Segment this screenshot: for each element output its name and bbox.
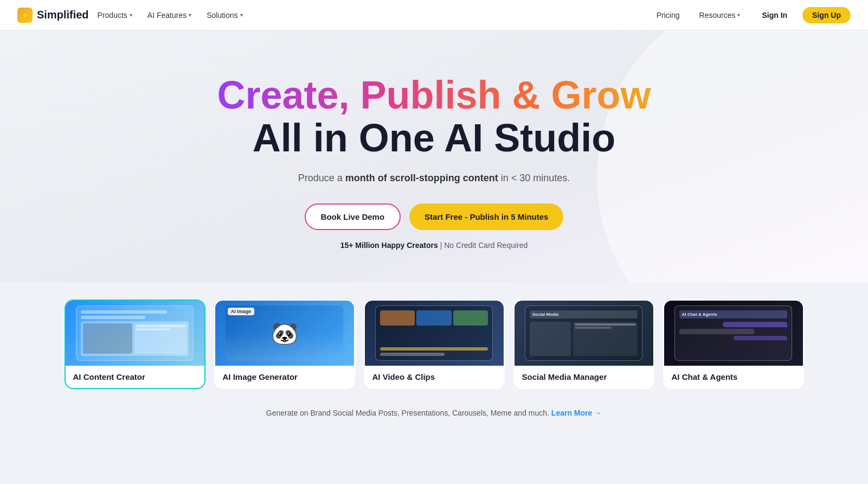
- hero-subtitle-suffix: in < 30 minutes.: [498, 173, 570, 183]
- social-proof-suffix: | No Credit Card Required: [438, 241, 528, 250]
- product-card-ai-chat-agents[interactable]: AI Chat & Agents AI Chat & Agents: [663, 300, 804, 389]
- nav-pricing-label: Pricing: [657, 11, 680, 20]
- logo-icon: ⚡: [17, 8, 33, 23]
- product-card-label-ai-content-creator: AI Content Creator: [66, 366, 204, 388]
- learn-more-text: Learn More: [551, 409, 592, 417]
- book-demo-button[interactable]: Book Live Demo: [305, 203, 401, 230]
- product-card-label-ai-video-clips: AI Video & Clips: [365, 366, 504, 388]
- sign-in-button[interactable]: Sign In: [753, 8, 796, 23]
- nav-solutions[interactable]: Solutions ▾: [200, 8, 249, 23]
- product-card-label-social-media-manager: Social Media Manager: [515, 366, 653, 388]
- nav-right: Pricing Resources ▾ Sign In Sign Up: [650, 7, 851, 23]
- nav-left: ⚡ Simplified Products ▾ AI Features ▾ So…: [17, 8, 249, 23]
- nav-products[interactable]: Products ▾: [91, 8, 139, 23]
- bottom-bar-text: Generate on Brand Social Media Posts, Pr…: [266, 409, 602, 417]
- learn-more-link[interactable]: Learn More →: [551, 409, 602, 417]
- mockup-screen-video: [375, 305, 493, 361]
- chevron-down-icon: ▾: [130, 12, 132, 18]
- mockup-screen-chat: AI Chat & Agents: [674, 305, 793, 361]
- arrow-icon: →: [594, 409, 602, 417]
- nav-solutions-label: Solutions: [207, 11, 238, 20]
- nav-resources[interactable]: Resources ▾: [693, 8, 747, 23]
- navbar: ⚡ Simplified Products ▾ AI Features ▾ So…: [0, 0, 868, 30]
- bottom-bar: Generate on Brand Social Media Posts, Pr…: [0, 400, 868, 426]
- products-section: AI Content Creator 🐼 AI Image AI Image G…: [0, 282, 868, 400]
- product-card-ai-video-clips[interactable]: AI Video & Clips: [364, 300, 505, 389]
- bottom-bar-prefix: Generate on Brand Social Media Posts, Pr…: [266, 409, 551, 417]
- product-card-label-ai-image-generator: AI Image Generator: [215, 366, 354, 388]
- mockup-screen: [76, 305, 194, 361]
- chevron-down-icon: ▾: [240, 12, 243, 18]
- hero-section: Create, Publish & Grow All in One AI Stu…: [0, 30, 868, 282]
- social-proof: 15+ Million Happy Creators | No Credit C…: [217, 241, 651, 250]
- sign-up-button[interactable]: Sign Up: [802, 7, 851, 23]
- card-preview-ai-video-clips: [365, 301, 504, 366]
- product-card-label-ai-chat-agents: AI Chat & Agents: [664, 366, 803, 388]
- mockup-screen-social: Social Media: [525, 305, 643, 361]
- hero-title-gradient: Create, Publish & Grow: [217, 74, 651, 117]
- hero-subtitle-prefix: Produce a: [298, 173, 345, 183]
- nav-resources-label: Resources: [699, 11, 736, 20]
- chevron-down-icon: ▾: [737, 12, 740, 18]
- card-preview-social-media-manager: Social Media: [515, 301, 653, 366]
- card-preview-ai-image-generator: 🐼 AI Image: [215, 301, 354, 366]
- logo-text: Simplified: [37, 9, 89, 21]
- hero-subtitle: Produce a month of scroll-stopping conte…: [217, 170, 651, 186]
- nav-ai-features[interactable]: AI Features ▾: [141, 8, 198, 23]
- social-proof-count: 15+ Million Happy Creators: [340, 241, 438, 250]
- card-preview-ai-content-creator: [66, 301, 204, 366]
- product-card-ai-image-generator[interactable]: 🐼 AI Image AI Image Generator: [214, 300, 355, 389]
- hero-content: Create, Publish & Grow All in One AI Stu…: [217, 74, 651, 250]
- chevron-down-icon: ▾: [189, 12, 191, 18]
- logo[interactable]: ⚡ Simplified: [17, 8, 89, 23]
- nav-products-label: Products: [98, 11, 127, 20]
- product-card-social-media-manager[interactable]: Social Media Social Media Manager: [513, 300, 654, 389]
- products-grid: AI Content Creator 🐼 AI Image AI Image G…: [26, 300, 842, 389]
- hero-buttons: Book Live Demo Start Free - Publish in 5…: [217, 203, 651, 230]
- hero-subtitle-bold: month of scroll-stopping content: [345, 173, 498, 183]
- card-preview-ai-chat-agents: AI Chat & Agents: [664, 301, 803, 366]
- hero-title-dark: All in One AI Studio: [217, 117, 651, 160]
- nav-ai-features-label: AI Features: [147, 11, 187, 20]
- nav-pricing[interactable]: Pricing: [650, 8, 686, 23]
- start-free-button[interactable]: Start Free - Publish in 5 Minutes: [409, 203, 563, 230]
- product-card-ai-content-creator[interactable]: AI Content Creator: [65, 300, 205, 389]
